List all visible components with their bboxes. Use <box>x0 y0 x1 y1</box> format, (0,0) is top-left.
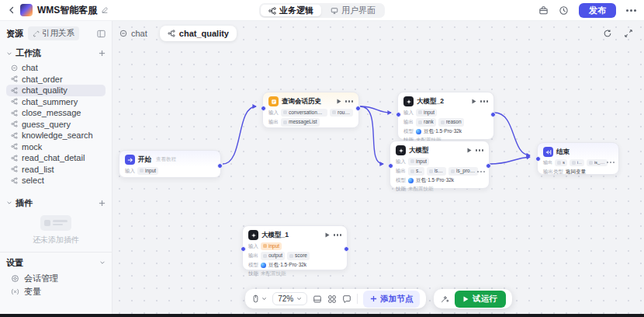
settings-section-header[interactable]: 设置 <box>6 257 106 269</box>
back-button[interactable] <box>8 6 19 14</box>
node-more-icon[interactable] <box>483 100 486 103</box>
store-icon[interactable] <box>538 5 549 16</box>
sidebar-item-session-manage[interactable]: 会话管理 <box>6 272 106 285</box>
output-port[interactable] <box>486 163 491 169</box>
mouse-icon <box>251 294 260 303</box>
chevron-down-icon <box>6 51 12 57</box>
sidebar-item-guess_query[interactable]: guess_query <box>6 119 106 131</box>
row-label: 模型 <box>403 128 414 134</box>
mode-switcher: 业务逻辑 用户界面 <box>259 3 385 18</box>
sidebar-item-read_chat_detail[interactable]: read_chat_detail <box>6 152 106 164</box>
workflow-canvas[interactable]: chat chat_quality 开始 查看教程 输入 input <box>113 21 644 314</box>
workflow-name: read_list <box>22 165 54 174</box>
input-port[interactable] <box>535 156 541 162</box>
workflow-icon <box>11 87 18 94</box>
app-title: WMS智能客服 <box>37 4 97 17</box>
zoom-level: 72% <box>278 294 293 303</box>
output-type-value: 返回变量 <box>566 169 586 175</box>
tab-references[interactable]: 引用关系 <box>28 26 79 40</box>
workflow-name: chat_order <box>22 75 63 84</box>
input-port[interactable] <box>261 106 266 111</box>
skill-empty-text: 未配置技能 <box>261 270 286 277</box>
node-query-history[interactable]: 查询会话历史 输入 conversationName rounds 输出 mes… <box>262 92 359 128</box>
sidebar-item-chat_summery[interactable]: chat_summery <box>6 96 106 108</box>
node-more-icon[interactable] <box>348 100 351 103</box>
edit-title-icon[interactable] <box>101 6 109 14</box>
zoom-select[interactable]: 72% <box>272 292 307 305</box>
add-workflow-button[interactable] <box>99 50 106 57</box>
output-port[interactable] <box>490 112 496 117</box>
refresh-icon[interactable] <box>603 29 612 38</box>
node-end[interactable]: 结束 输出 score is_listen is_professional 输出… <box>537 142 619 175</box>
history-icon[interactable] <box>559 5 569 16</box>
input-port[interactable] <box>388 163 393 169</box>
canvas-tab-chat_quality[interactable]: chat_quality <box>160 26 237 41</box>
collapse-sidebar-icon[interactable] <box>97 30 106 38</box>
variable-icon <box>11 287 19 296</box>
tab-user-interface[interactable]: 用户界面 <box>323 5 383 16</box>
node-start[interactable]: 开始 查看教程 输入 input <box>119 150 221 178</box>
row-label: 技能 <box>396 186 406 192</box>
sidebar-item-knowledge_search[interactable]: knowledge_search <box>6 130 106 141</box>
input-port[interactable] <box>396 112 401 117</box>
publish-button[interactable]: 发布 <box>579 3 616 18</box>
sidebar-item-select[interactable]: select <box>6 175 106 186</box>
canvas-tab-chat[interactable]: chat <box>119 29 147 38</box>
workflow-name: guess_query <box>22 120 71 129</box>
sidebar-item-chat[interactable]: chat <box>6 62 106 74</box>
tab-resources[interactable]: 资源 <box>6 28 23 40</box>
sidebar-item-close_message[interactable]: close_message <box>6 107 106 119</box>
node-more-icon[interactable] <box>479 149 481 152</box>
app-logo <box>20 4 33 16</box>
pointer-mode-button[interactable] <box>251 294 267 303</box>
node-llm-2[interactable]: 大模型_2 输入 input 输出 rank reason 模型 豆包·1.5·… <box>397 92 494 140</box>
sidebar-item-chat_quality[interactable]: chat_quality <box>6 85 106 96</box>
node-more-icon[interactable] <box>337 234 339 236</box>
chevron-down-icon <box>6 200 12 206</box>
var-badge: is_listen <box>427 167 446 175</box>
output-port[interactable] <box>344 246 349 252</box>
row-more-icon[interactable] <box>480 171 482 172</box>
row-more-icon[interactable] <box>610 162 611 163</box>
row-label: 输入 <box>268 110 279 116</box>
output-port[interactable] <box>355 106 361 111</box>
run-node-icon[interactable] <box>472 99 476 104</box>
play-icon <box>463 296 469 302</box>
sidebar-item-variables[interactable]: 变量 <box>6 285 106 298</box>
row-label: 输出类型 <box>543 169 563 175</box>
node-llm-1[interactable]: 大模型_1 输入 input 输出 output score 模型 豆包·1.5… <box>242 225 348 270</box>
canvas-actions <box>603 29 633 38</box>
add-plugin-button[interactable] <box>99 200 106 207</box>
topbar-more-icon[interactable] <box>630 9 632 12</box>
auto-layout-icon[interactable] <box>313 294 322 304</box>
run-button[interactable]: 试运行 <box>455 291 506 308</box>
model-icon <box>408 178 414 183</box>
optimize-icon[interactable] <box>440 294 449 304</box>
row-label: 输出 <box>248 253 258 259</box>
settings-item-label: 变量 <box>24 286 41 298</box>
var-badge: output <box>261 252 285 260</box>
frame-icon[interactable] <box>327 294 337 304</box>
sidebar-item-mock[interactable]: mock <box>6 141 106 153</box>
run-node-icon[interactable] <box>467 148 472 153</box>
workflow-icon <box>11 98 18 105</box>
run-node-icon[interactable] <box>325 232 330 238</box>
sidebar-item-read_list[interactable]: read_list <box>6 164 106 176</box>
tab-label: 业务逻辑 <box>279 5 313 16</box>
fullscreen-icon[interactable] <box>624 29 633 38</box>
model-name: 豆包·1.5·Pro·32k <box>416 177 454 183</box>
workflow-section-header[interactable]: 工作流 <box>6 47 106 59</box>
add-node-button[interactable]: 添加节点 <box>363 291 420 308</box>
sidebar-item-chat_order[interactable]: chat_order <box>6 74 106 85</box>
node-llm[interactable]: 大模型 输入 input 输出 score is_listen is_profe… <box>390 141 490 189</box>
tab-business-logic[interactable]: 业务逻辑 <box>261 5 321 16</box>
comment-icon[interactable] <box>342 294 351 304</box>
input-port[interactable] <box>241 246 246 252</box>
workflow-icon <box>11 143 18 150</box>
divider <box>357 294 358 304</box>
run-node-icon[interactable] <box>337 99 341 104</box>
sidebar-tabs: 资源 引用关系 <box>6 26 106 40</box>
output-port[interactable] <box>217 163 223 169</box>
plugin-section-header[interactable]: 插件 <box>6 197 106 209</box>
top-bar: WMS智能客服 业务逻辑 用户界面 发布 <box>0 0 644 21</box>
